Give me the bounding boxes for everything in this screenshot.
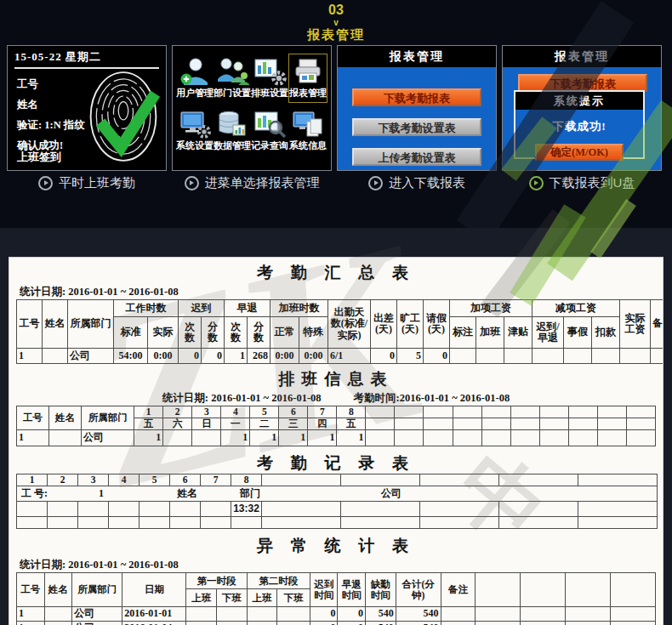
- cell: 公司: [68, 349, 114, 364]
- cell: 4: [109, 474, 140, 486]
- step-header: 03 v 报表管理: [0, 0, 672, 43]
- col-header: 特殊: [299, 317, 328, 349]
- cell: [504, 349, 532, 364]
- cell: [610, 607, 655, 622]
- summary-date-range: 统计日期: 2016-01-01 ~ 2016-01-08: [20, 285, 656, 298]
- cell: [247, 622, 277, 625]
- cell: [476, 622, 521, 625]
- cell: [43, 349, 68, 364]
- col-header: [626, 418, 655, 430]
- cell: 268: [248, 349, 271, 364]
- col-header: 备注: [651, 300, 663, 349]
- upload-settings-button[interactable]: 上传考勤设置表: [352, 148, 481, 166]
- col-header: 1: [134, 406, 163, 418]
- cell: [186, 622, 217, 625]
- col-header: 出勤天数(标准/实际): [328, 300, 371, 349]
- lower-section: 考 勤 汇 总 表 统计日期: 2016-01-01 ~ 2016-01-08 …: [0, 228, 672, 625]
- caption-step-3: 进入下载报表: [337, 175, 497, 190]
- cell: 1: [17, 430, 49, 446]
- cell: [499, 517, 578, 529]
- punch-time-cell: 13:32: [231, 502, 262, 517]
- col-header: 正常: [271, 317, 299, 349]
- cell: [44, 622, 72, 625]
- cell: 1: [225, 349, 248, 364]
- user-management-icon: [178, 57, 212, 86]
- col-header: 工号: [17, 573, 45, 607]
- col-header: 8: [337, 406, 366, 418]
- col-header: 第一时段: [186, 573, 247, 589]
- col-header: 四: [308, 418, 337, 430]
- download-report-button[interactable]: 下载考勤报表: [518, 74, 647, 92]
- cell: 54:00: [114, 349, 148, 364]
- menu-item-system-settings[interactable]: 系统设置: [176, 110, 214, 151]
- cell: [341, 517, 420, 529]
- menu-item-data-management[interactable]: 数据管理: [214, 110, 251, 151]
- menu-item-department-settings[interactable]: 部门设置: [214, 57, 251, 99]
- dialog-screen-body: 下载考勤报表 系统提示 下载成功! 确定(M/OK): [503, 67, 661, 170]
- col-header: [366, 406, 395, 418]
- cell: 7: [201, 474, 231, 486]
- table-row: 1 公司 54:00 0:00 0 0 1 268 0:00 0:00 6/1 …: [17, 349, 664, 364]
- cell: [453, 430, 481, 446]
- download-settings-button[interactable]: 下载考勤设置表: [352, 118, 481, 136]
- cell: [247, 607, 277, 622]
- date-bar: 15-05-22 星期二: [14, 49, 159, 69]
- col-header: [424, 418, 453, 430]
- name-label: 姓名: [17, 94, 85, 115]
- cell: 540: [366, 622, 396, 625]
- col-header: [566, 573, 611, 607]
- col-header: 加班: [476, 317, 504, 349]
- menu-item-record-query[interactable]: 记录查询: [251, 110, 288, 151]
- download-report-button[interactable]: 下载考勤报表: [352, 88, 481, 106]
- verify-info: 工号 姓名 验证: 1:N 指纹 确认成功!: [17, 74, 85, 156]
- col-header: 日期: [122, 573, 186, 607]
- menu-grid: 用户管理 部门设置: [173, 46, 331, 156]
- cell: 公司: [82, 430, 134, 446]
- report-menu-body: 下载考勤报表 下载考勤设置表 上传考勤设置表: [338, 67, 496, 170]
- cell: [201, 517, 231, 529]
- cell: 0:00: [271, 349, 299, 364]
- cell: 2016-01-04: [122, 622, 186, 625]
- col-header: [568, 406, 597, 418]
- col-header: 标准: [114, 317, 148, 349]
- menu-item-user-management[interactable]: 用户管理: [176, 57, 214, 99]
- ok-button[interactable]: 确定(M/OK): [535, 144, 624, 161]
- col-header: [626, 406, 655, 418]
- col-header: 实际: [148, 317, 179, 349]
- screen-report-menu: 报表管理 下载考勤报表 下载考勤设置表 上传考勤设置表: [337, 45, 497, 171]
- table-row: 13:32: [17, 502, 658, 517]
- col-header: 下班: [277, 589, 310, 607]
- menu-item-system-info[interactable]: 系统信息: [288, 110, 327, 151]
- dialog-title: 系统提示: [515, 92, 643, 110]
- step-captions: 平时上班考勤 进菜单选择报表管理 进入下载报表 下载报表到U盘: [0, 171, 672, 190]
- cell: [277, 622, 310, 625]
- cell: 1: [250, 430, 279, 446]
- col-header: 所属部门: [68, 300, 114, 349]
- cell: [109, 517, 140, 529]
- caption-step-1: 平时上班考勤: [7, 175, 167, 190]
- cell: [499, 474, 578, 486]
- dialog-message: 下载成功!: [515, 120, 643, 134]
- cell: [231, 517, 262, 529]
- col-header: 出差(天): [371, 300, 397, 349]
- col-header: [395, 418, 424, 430]
- cell: 1: [279, 430, 308, 446]
- col-header: 工号: [17, 406, 49, 430]
- col-header: 标注: [450, 317, 476, 349]
- cell: [49, 430, 82, 446]
- cell: 540: [396, 622, 441, 625]
- menu-item-shift-settings[interactable]: 排班设置: [251, 57, 288, 99]
- cell: 0: [338, 607, 366, 622]
- col-header: 2: [163, 406, 192, 418]
- cell: 2016-01-01: [122, 607, 186, 622]
- table-row: 1 公司 2016-01-04 0 0 540 540: [17, 622, 656, 625]
- col-header: [476, 573, 521, 607]
- system-info-icon: [291, 110, 325, 139]
- schedule-title: 排班信息表: [16, 369, 656, 389]
- menu-item-report-management[interactable]: 报表管理: [288, 54, 327, 103]
- menu-item-label: 用户管理: [176, 88, 214, 99]
- col-header: [597, 406, 626, 418]
- col-header: 5: [250, 406, 279, 418]
- record-query-icon: [253, 110, 287, 139]
- caption-step-2: 进菜单选择报表管理: [172, 175, 332, 190]
